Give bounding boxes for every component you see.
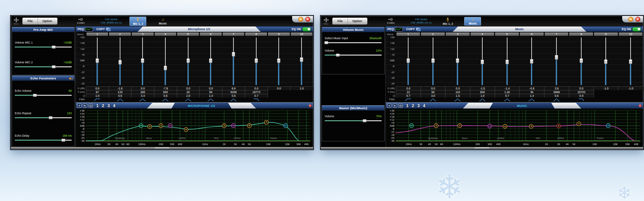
eq-marker-6[interactable]: 6 [556,124,560,128]
volume-mic-1-slider-thumb[interactable] [52,46,56,49]
echo-volume-slider[interactable] [15,94,72,97]
eq-marker-lp[interactable]: LP [606,124,610,128]
eq-band-5-slider[interactable] [177,36,200,86]
slider-thumb[interactable] [580,58,583,63]
com-port-button[interactable]: COM1 [77,18,85,24]
filter-hp-icon[interactable] [396,97,421,102]
filter-bell-icon[interactable] [495,97,520,102]
move-handle[interactable]: Move [321,17,331,25]
volume-slider[interactable] [325,119,382,122]
echo-volume-slider-thumb[interactable] [33,94,37,97]
graph-preset-4[interactable]: 4 [113,104,115,108]
eq-marker-hs[interactable]: HS [231,124,235,128]
eq-marker-4[interactable]: 4 [503,124,507,128]
com-port-button[interactable]: COM1 [387,18,395,24]
eq-marker-5[interactable]: 5 [529,124,533,128]
band-header-3[interactable]: 3 [132,32,154,36]
filter-bell-icon[interactable] [470,97,495,102]
eq-band-4-slider[interactable] [470,36,495,86]
eq-band-9-slider[interactable] [594,36,619,86]
close-button[interactable]: ✕ [305,17,310,22]
eq-marker-3[interactable]: 3 [458,124,462,128]
eq-band-1-slider[interactable] [86,36,109,86]
copy-icon[interactable] [416,27,421,31]
graph-preset-3[interactable]: 3 [107,104,110,108]
filter-lp-icon[interactable] [245,97,268,102]
slider-thumb[interactable] [629,59,632,64]
eq-channel-tab[interactable]: Music [452,26,586,32]
window-resize-bar[interactable] [321,147,643,149]
eq-marker-2[interactable]: 2 [148,125,152,129]
eq-band-8-slider[interactable] [245,36,268,86]
minimize-button[interactable] [628,17,633,22]
band-header-1[interactable]: 1 [396,32,420,36]
eq-band-7-slider[interactable] [544,36,569,86]
option-menu-button[interactable]: Option [347,18,367,24]
band-header-9[interactable]: 9 [594,32,618,36]
eq-band-1-slider[interactable] [396,36,421,86]
band-header-7[interactable]: 7 [223,32,245,36]
graph-preset-2[interactable]: 2 [412,104,414,108]
eq-band-2-slider[interactable] [421,36,445,86]
slider-thumb[interactable] [300,57,303,62]
close-button[interactable]: ✕ [635,17,640,22]
echo-repeat-slider-thumb[interactable] [49,116,53,119]
eq-band-5-slider[interactable] [495,36,520,86]
band-header-8[interactable]: 8 [569,32,593,36]
eq-on-toggle[interactable] [632,27,641,31]
filter-bell-icon[interactable] [131,97,154,102]
move-handle[interactable]: Move [11,17,21,25]
eq-marker-hp[interactable]: HP [410,124,414,128]
eq-marker-ls[interactable]: LS [488,124,492,128]
slider-thumb[interactable] [277,58,280,63]
graph-preset-4[interactable]: 4 [423,104,425,108]
band-header-5[interactable]: 5 [177,32,199,36]
graph-zoom-icon[interactable] [77,104,82,108]
eq-band-6-slider[interactable] [199,36,222,86]
slider-thumb[interactable] [232,52,235,57]
slider-thumb[interactable] [141,58,144,63]
band-header-7[interactable]: 7 [545,32,569,36]
eq-marker-hp[interactable]: HP [139,124,143,128]
graph-preset-2[interactable]: 2 [102,104,104,108]
minimize-button[interactable] [298,17,303,22]
eq-band-7-slider[interactable] [222,36,245,86]
slider-thumb[interactable] [505,60,509,64]
slider-thumb[interactable] [481,60,484,64]
eq-band-4-slider[interactable] [154,36,177,86]
graph-preset-3[interactable]: 3 [417,104,420,108]
volume-mic-2-slider-thumb[interactable] [52,65,56,68]
eq-marker-lp[interactable]: LP [284,124,288,128]
filter-bell-icon[interactable] [109,97,131,102]
band-header-2[interactable]: 2 [421,32,445,36]
filter-bell-icon[interactable] [421,97,445,102]
eq-marker-7[interactable]: 7 [264,120,268,124]
copy-icon[interactable] [106,27,111,31]
slider-thumb[interactable] [164,66,167,70]
slider-thumb[interactable] [431,58,435,63]
filter-hp-icon[interactable] [86,97,109,102]
copy-button[interactable]: COPY [96,27,105,31]
volume-mic-1-slider[interactable] [15,46,72,49]
tab-music[interactable]: ♫Music [154,17,171,25]
graph-preset-1[interactable]: 1 [96,104,99,108]
slider-thumb[interactable] [96,58,99,63]
eq-on-toggle[interactable] [302,27,311,31]
eq-marker-7[interactable]: 7 [577,122,581,126]
echo-delay-slider-thumb[interactable] [61,139,65,142]
select-music-input-slider[interactable] [325,41,382,44]
copy-button[interactable]: COPY [406,27,415,31]
filter-bell-icon[interactable] [222,97,245,102]
graph-snapshot-icon[interactable] [89,104,93,108]
band-header-3[interactable]: 3 [446,32,470,36]
graph-snapshot-icon[interactable] [398,104,403,108]
echo-delay-slider[interactable] [15,139,72,142]
graph-zoom-icon[interactable] [387,104,391,108]
band-header-4[interactable]: 4 [471,32,494,36]
volume-mic-2-slider[interactable] [15,65,72,68]
slider-thumb[interactable] [555,55,558,60]
graph-preset-1[interactable]: 1 [406,104,409,108]
band-header-5[interactable]: 5 [495,32,519,36]
slider-thumb[interactable] [118,60,122,65]
eq-band-6-slider[interactable] [519,36,544,86]
